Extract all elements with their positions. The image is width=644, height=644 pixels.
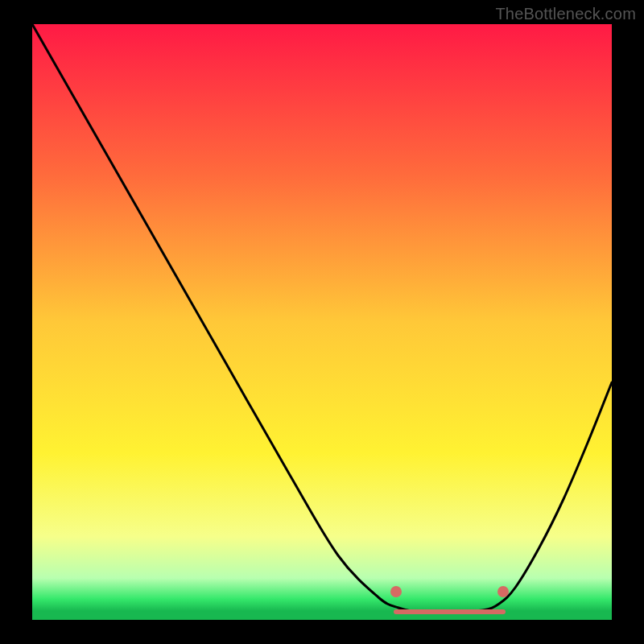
valley-marker-dot-right xyxy=(497,586,509,597)
chart-svg xyxy=(0,0,644,644)
valley-marker-dot-left xyxy=(390,586,402,597)
chart-container: TheBottleneck.com xyxy=(0,0,644,644)
watermark-text: TheBottleneck.com xyxy=(495,5,636,23)
